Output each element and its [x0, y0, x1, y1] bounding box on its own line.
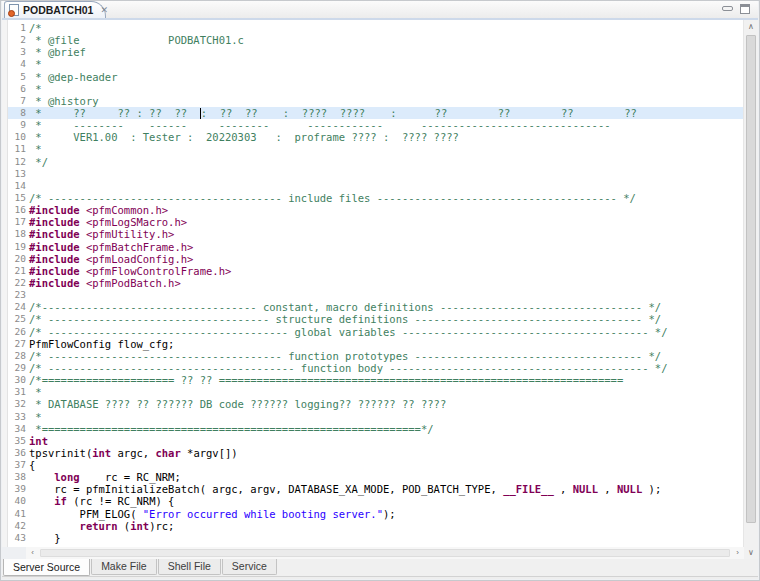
code-line[interactable]: 28/* -----------------------------------… [8, 350, 745, 362]
code-line[interactable]: 23 [8, 289, 745, 301]
code-text: #include <pfmCommon.h> [29, 204, 745, 216]
code-line[interactable]: 15/* -----------------------------------… [8, 192, 745, 204]
line-number: 32 [8, 398, 29, 410]
line-number: 20 [8, 253, 29, 265]
code-line[interactable]: 42 return (int)rc; [8, 520, 745, 532]
code-line[interactable]: 36tpsvrinit(int argc, char *argv[]) [8, 447, 745, 459]
code-line[interactable]: 10 * VER1.00 : Tester : 20220303 : profr… [8, 131, 745, 143]
line-number: 43 [8, 532, 29, 544]
code-text: return (int)rc; [29, 520, 745, 532]
vertical-scrollbar[interactable]: ∧ ∨ [743, 20, 758, 559]
code-text: * [29, 83, 745, 95]
line-number: 33 [8, 411, 29, 423]
code-text: #include <pfmLoadConfig.h> [29, 253, 745, 265]
code-line[interactable]: 16#include <pfmCommon.h> [8, 204, 745, 216]
code-line[interactable]: 37{ [8, 459, 745, 471]
code-line[interactable]: 24/*---------------------------------- c… [8, 301, 745, 313]
vertical-scrollbar-thumb[interactable] [746, 35, 756, 523]
code-line[interactable]: 26/* -----------------------------------… [8, 326, 745, 338]
code-line[interactable]: 5 * @dep-header [8, 71, 745, 83]
line-number: 38 [8, 471, 29, 483]
line-number: 8 [8, 107, 29, 119]
code-text: /*===================== ?? ?? ==========… [29, 374, 745, 386]
line-number: 10 [8, 131, 29, 143]
code-line[interactable]: 43 } [8, 532, 745, 544]
code-line[interactable]: 29/* -----------------------------------… [8, 362, 745, 374]
code-line[interactable]: 22#include <pfmPodBatch.h> [8, 277, 745, 289]
maximize-view-icon[interactable] [740, 4, 750, 14]
scroll-down-icon[interactable]: ∨ [744, 546, 758, 559]
code-text [29, 168, 745, 180]
code-text: } [29, 532, 745, 544]
line-number: 34 [8, 423, 29, 435]
tab-service[interactable]: Service [222, 559, 277, 575]
line-number: 14 [8, 180, 29, 192]
code-line[interactable]: 9 * -------- ------ -------- -----------… [8, 119, 745, 131]
tab-server-source[interactable]: Server Source [3, 559, 90, 576]
horizontal-scrollbar[interactable]: ‹ › [26, 547, 744, 559]
code-line[interactable]: 31 * [8, 386, 745, 398]
code-line[interactable]: 18#include <pfmUtility.h> [8, 228, 745, 240]
line-number: 18 [8, 228, 29, 240]
tab-shell-file[interactable]: Shell File [158, 559, 221, 575]
scroll-up-icon[interactable]: ∧ [744, 20, 758, 33]
minimize-view-icon[interactable] [722, 6, 733, 11]
code-line[interactable]: 17#include <pfmLogSMacro.h> [8, 216, 745, 228]
code-text: * @file PODBATCH01.c [29, 34, 745, 46]
editor-tab-bar: PODBATCH01 ✕ [2, 1, 758, 20]
editor-tab-podbatch01[interactable]: PODBATCH01 ✕ [4, 1, 106, 18]
code-text: * [29, 386, 745, 398]
code-line[interactable]: 20#include <pfmLoadConfig.h> [8, 253, 745, 265]
code-text: /* -------------------------------------… [29, 192, 745, 204]
line-number: 35 [8, 435, 29, 447]
code-text: #include <pfmPodBatch.h> [29, 277, 745, 289]
code-line[interactable]: 2 * @file PODBATCH01.c [8, 34, 745, 46]
code-line[interactable]: 3 * @brief [8, 46, 745, 58]
code-line[interactable]: 19#include <pfmBatchFrame.h> [8, 241, 745, 253]
editor-tab-title: PODBATCH01 [23, 4, 93, 16]
bottom-edge-strip [2, 576, 758, 579]
line-number: 13 [8, 168, 29, 180]
scroll-right-icon[interactable]: › [731, 547, 744, 559]
code-line[interactable]: 6 * [8, 83, 745, 95]
line-number: 25 [8, 313, 29, 325]
code-text: * @brief [29, 46, 745, 58]
line-number: 16 [8, 204, 29, 216]
code-editor[interactable]: 1/*2 * @file PODBATCH01.c3 * @brief4 *5 … [2, 20, 745, 547]
horizontal-scrollbar-thumb[interactable] [40, 549, 730, 557]
bottom-tab-bar: Server Source Make File Shell File Servi… [2, 559, 758, 576]
code-line[interactable]: 40 if (rc != RC_NRM) { [8, 495, 745, 507]
code-line[interactable]: 41 PFM_ELOG( "Error occurred while booti… [8, 508, 745, 520]
code-line[interactable]: 34 *====================================… [8, 423, 745, 435]
tab-make-file[interactable]: Make File [91, 559, 157, 575]
code-line[interactable]: 4 * [8, 58, 745, 70]
code-line[interactable]: 13 [8, 168, 745, 180]
code-text: #include <pfmBatchFrame.h> [29, 241, 745, 253]
code-line[interactable]: 14 [8, 180, 745, 192]
code-line[interactable]: 1/* [8, 22, 745, 34]
code-line[interactable]: 38 long rc = RC_NRM; [8, 471, 745, 483]
line-number: 15 [8, 192, 29, 204]
code-line[interactable]: 32 * DATABASE ???? ?? ?????? DB code ???… [8, 398, 745, 410]
code-line[interactable]: 27PfmFlowConfig flow_cfg; [8, 338, 745, 350]
line-number: 4 [8, 58, 29, 70]
scroll-left-icon[interactable]: ‹ [26, 547, 39, 559]
code-line[interactable]: 11 * [8, 143, 745, 155]
code-line[interactable]: 8 * ?? ?? : ?? ?? : ?? ?? : ???? ???? : … [8, 107, 745, 119]
line-number: 37 [8, 459, 29, 471]
line-number: 2 [8, 34, 29, 46]
code-line[interactable]: 35int [8, 435, 745, 447]
line-number: 6 [8, 83, 29, 95]
close-tab-icon[interactable]: ✕ [97, 4, 111, 17]
line-number: 30 [8, 374, 29, 386]
code-line[interactable]: 33 * [8, 411, 745, 423]
code-text: /* -------------------------------------… [29, 362, 745, 374]
code-line[interactable]: 30/*===================== ?? ?? ========… [8, 374, 745, 386]
code-line[interactable]: 12 */ [8, 156, 745, 168]
code-text: *=======================================… [29, 423, 745, 435]
code-text [29, 289, 745, 301]
code-line[interactable]: 39 rc = pfmInitializeBatch( argc, argv, … [8, 483, 745, 495]
code-line[interactable]: 25/* -----------------------------------… [8, 313, 745, 325]
code-line[interactable]: 7 * @history [8, 95, 745, 107]
code-line[interactable]: 21#include <pfmFlowControlFrame.h> [8, 265, 745, 277]
